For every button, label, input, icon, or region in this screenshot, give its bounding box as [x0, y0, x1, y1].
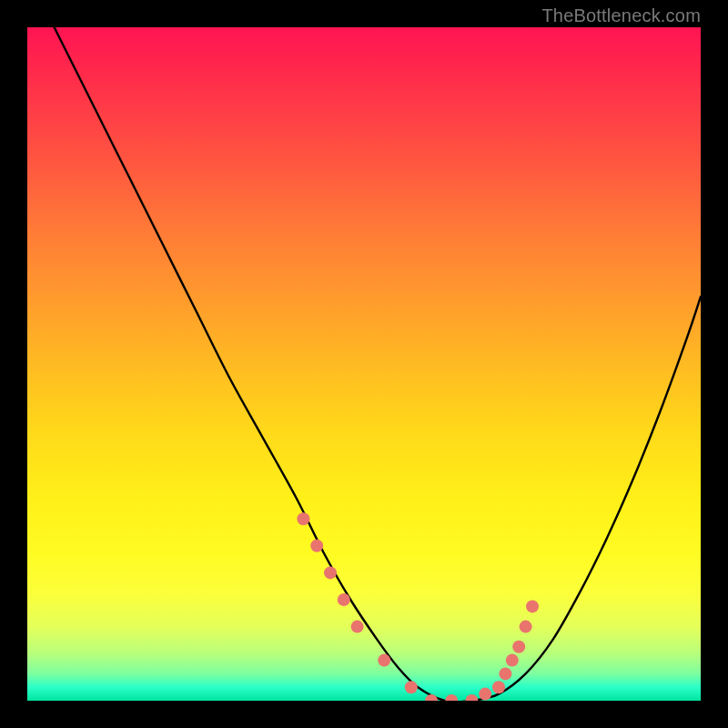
marker-dot: [324, 566, 337, 579]
bottleneck-curve: [55, 27, 701, 701]
marker-dot: [338, 593, 350, 606]
plot-area: [27, 27, 701, 701]
marker-dot: [492, 681, 505, 693]
marker-dot: [445, 694, 458, 701]
plot-svg: [27, 27, 701, 701]
marker-dot: [499, 667, 511, 680]
marker-dot: [378, 654, 390, 667]
marker-dot: [512, 641, 525, 653]
watermark-text: TheBottleneck.com: [541, 5, 701, 26]
marker-dot: [310, 540, 323, 552]
marker-dot: [465, 694, 478, 701]
marker-dot: [506, 654, 519, 667]
marker-dot: [479, 688, 491, 701]
marker-dot: [297, 512, 309, 525]
marker-dot: [425, 694, 438, 701]
chart-stage: TheBottleneck.com: [0, 0, 728, 728]
marker-dot: [526, 600, 539, 612]
marker-dot: [520, 621, 532, 633]
marker-group: [297, 512, 539, 701]
marker-dot: [405, 681, 418, 693]
marker-dot: [351, 621, 364, 633]
